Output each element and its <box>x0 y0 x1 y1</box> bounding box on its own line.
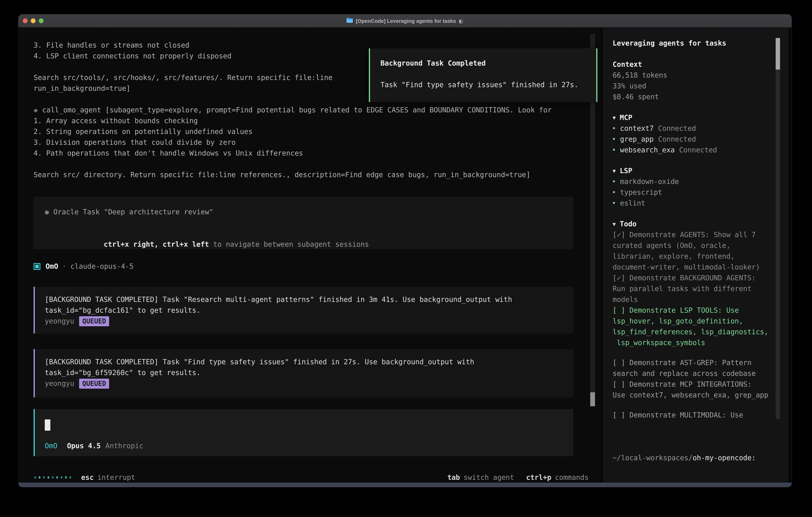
message-author: yeongyu <box>45 378 74 389</box>
todo-item-pending: [ ] Demonstrate AST-GREP: Pattern search… <box>613 357 780 379</box>
sidebar-scrollbar[interactable] <box>776 38 780 419</box>
mcp-status: Connected <box>658 134 696 145</box>
todo-line: [✓] Demonstrate BACKGROUND AGENTS: <box>613 273 780 283</box>
subagent-nav-hint: ctrl+x right, ctrl+x left to navigate be… <box>45 228 562 261</box>
bullet-icon: • <box>612 198 616 209</box>
gear-icon: ❋ <box>34 105 38 115</box>
session-sidebar: Leveraging agents for tasks Context 66,5… <box>603 28 788 483</box>
mcp-status: Connected <box>679 145 717 156</box>
section-mcp[interactable]: ▼ MCP <box>613 112 780 123</box>
mcp-name: websearch_exa <box>620 145 675 156</box>
chevron-down-icon: ▼ <box>613 219 616 229</box>
agent-swatch-icon <box>34 263 40 270</box>
bullet-icon: • <box>612 145 616 156</box>
chevron-down-icon: ▼ <box>613 112 616 123</box>
background-task-message: [BACKGROUND TASK COMPLETED] Task "Resear… <box>34 287 574 333</box>
todo-line: [ ] Demonstrate MCP INTEGRATIONS: <box>613 379 780 390</box>
esc-key-label: interrupt <box>97 473 135 481</box>
main-scrollbar-thumb[interactable] <box>590 392 595 406</box>
text-cursor <box>45 419 50 431</box>
agent-session-header: OmO · claude-opus-4-5 <box>34 261 574 272</box>
mcp-status: Connected <box>658 123 696 134</box>
commands-key-group: ctrl+p commands <box>526 473 589 481</box>
hint-keys: ctrl+x right, ctrl+x left <box>104 240 209 248</box>
terminal-main: 3. File handles or streams not closed 4.… <box>19 28 601 483</box>
chevron-down-icon: ▼ <box>613 166 616 176</box>
mcp-item: • grep_app Connected <box>613 134 780 145</box>
toast-notification: Background Task Completed Task "Find typ… <box>369 48 598 102</box>
todo-line: document-writer, multimodal-looker) <box>613 262 780 273</box>
input-model-name: Opus 4.5 <box>67 441 101 452</box>
commands-key-hint: ctrl+p <box>526 473 551 481</box>
todo-line: lsp_hover, lsp_goto_definition, <box>613 316 780 327</box>
todo-line: curated agents (OmO, oracle, <box>613 240 780 251</box>
todo-line: search and replace across codebase <box>613 368 780 379</box>
context-spent: $0.46 spent <box>613 91 780 102</box>
mcp-heading: MCP <box>620 112 632 123</box>
lsp-item: • typescript <box>613 187 780 198</box>
tab-key-group: tab switch agent <box>447 473 514 481</box>
tool-call-text: call_omo_agent [subagent_type=explore, p… <box>42 105 552 115</box>
prompt-input[interactable]: OmO Opus 4.5 Anthropic <box>34 409 574 456</box>
todo-heading: Todo <box>620 219 637 229</box>
esc-key-hint: esc <box>81 473 94 481</box>
message-line: [BACKGROUND TASK COMPLETED] Task "Resear… <box>45 294 562 305</box>
lsp-heading: LSP <box>620 166 632 176</box>
mcp-name: grep_app <box>620 134 654 145</box>
message-line: [BACKGROUND TASK COMPLETED] Task "Find t… <box>45 357 562 368</box>
todo-item-active: [ ] Demonstrate LSP TOOLS: Use lsp_hover… <box>613 305 780 348</box>
workspace-repo: oh-my-opencode: <box>693 454 756 462</box>
bullet-icon: • <box>612 134 616 145</box>
hint-text: to navigate between subagent sessions <box>209 240 369 248</box>
terminal-line: Search src/ directory. Return specific f… <box>34 169 574 180</box>
bullet-icon: • <box>612 123 616 134</box>
bullet-icon: • <box>612 187 616 198</box>
lsp-name: markdown-oxide <box>620 176 679 187</box>
spinner-dots-icon <box>34 476 74 479</box>
todo-line: lsp_workspace_symbols <box>613 337 780 348</box>
window-title: [OpenCode] Leveraging agents for tasks <box>356 18 456 24</box>
message-line: task_id="bg_6f59260c" to get results. <box>45 368 562 378</box>
terminal-line: 2. String operations on potentially unde… <box>34 126 574 137</box>
context-heading: Context <box>613 59 780 70</box>
input-provider-name: Anthropic <box>106 441 143 452</box>
terminal-line: 1. Array access without bounds checking <box>34 115 574 126</box>
status-badge: QUEUED <box>79 379 109 389</box>
todo-line: models <box>613 294 780 305</box>
todo-line: Use context7, websearch_exa, grep_app <box>613 390 780 401</box>
todo-item-pending: [ ] Demonstrate MCP INTEGRATIONS: Use co… <box>613 379 780 401</box>
section-todo[interactable]: ▼ Todo <box>613 219 780 229</box>
terminal-line: 3. Division operations that could divide… <box>34 137 574 148</box>
status-bar: esc interrupt tab switch agent ctrl+p co… <box>34 472 589 483</box>
workspace-path: ~/local-workspaces/oh-my-opencode: maste… <box>613 431 780 483</box>
window-title-group: [OpenCode] Leveraging agents for tasks ◐ <box>19 15 792 27</box>
todo-line: [✓] Demonstrate AGENTS: Show all 7 <box>613 229 780 240</box>
window-content: 3. File handles or streams not closed 4.… <box>19 28 792 483</box>
session-title: Leveraging agents for tasks <box>613 38 780 49</box>
message-author: yeongyu <box>45 316 74 327</box>
message-line: task_id="bg_dcfac161" to get results. <box>45 305 562 316</box>
sidebar-scrollbar-thumb[interactable] <box>776 38 780 70</box>
oracle-task-title: Oracle Task "Deep architecture review" <box>53 207 213 218</box>
window-bottom-edge <box>19 483 792 487</box>
input-agent-name: OmO <box>45 441 57 452</box>
tab-key-hint: tab <box>447 473 460 481</box>
todo-line: [ ] Demonstrate AST-GREP: Pattern <box>613 357 780 368</box>
oracle-task-title-row: ◉ Oracle Task "Deep architecture review" <box>45 207 562 218</box>
notification-body: Task "Find type safety issues" finished … <box>380 80 586 90</box>
oracle-task-card: ◉ Oracle Task "Deep architecture review"… <box>34 197 574 249</box>
todo-line: librarian, explore, frontend, <box>613 251 780 262</box>
status-badge: QUEUED <box>79 316 109 326</box>
tool-call-block: ❋ call_omo_agent [subagent_type=explore,… <box>34 105 574 180</box>
lsp-item: • markdown-oxide <box>613 176 780 187</box>
message-meta: yeongyu QUEUED <box>45 378 562 389</box>
agent-name: OmO <box>46 261 58 272</box>
oracle-icon: ◉ <box>45 207 49 218</box>
context-tokens: 66,518 tokens <box>613 70 780 81</box>
tab-key-label: switch agent <box>464 473 514 481</box>
notification-title: Background Task Completed <box>380 58 586 69</box>
section-lsp[interactable]: ▼ LSP <box>613 166 780 176</box>
todo-line: [ ] Demonstrate LSP TOOLS: Use <box>613 305 780 316</box>
lsp-item: • eslint <box>613 198 780 209</box>
app-window: [OpenCode] Leveraging agents for tasks ◐… <box>19 15 792 487</box>
